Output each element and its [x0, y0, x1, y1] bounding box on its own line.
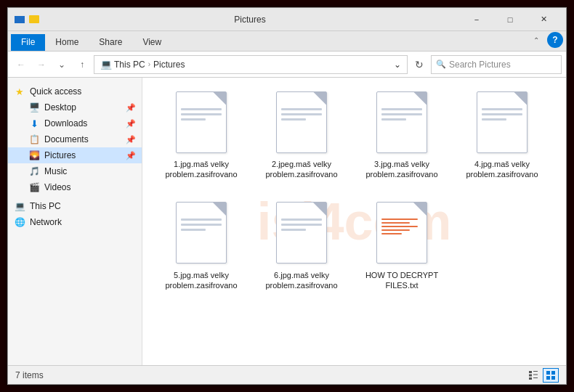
sidebar-item-documents[interactable]: 📋 Documents 📌	[8, 131, 142, 147]
svg-rect-3	[533, 374, 538, 375]
file-grid: 1.jpg.maš velky problem.zasifrovano	[154, 85, 554, 295]
file-icon-doc	[172, 200, 230, 266]
up-button[interactable]: ↑	[73, 56, 91, 73]
title-bar: Pictures − □ ✕	[8, 8, 566, 31]
sidebar-item-desktop[interactable]: 🖥️ Desktop 📌	[8, 99, 142, 115]
status-item-count: 7 items	[15, 370, 525, 380]
file-icon-txt	[373, 200, 431, 266]
list-item[interactable]: 2.jpeg.maš velky problem.zasifrovano	[254, 85, 349, 184]
downloads-icon: ⬇	[28, 118, 40, 129]
list-view-button[interactable]	[525, 368, 541, 383]
quick-access-icon: ★	[14, 86, 25, 97]
search-placeholder: Search Pictures	[449, 60, 557, 70]
list-item[interactable]: 5.jpg.maš velky problem.zasifrovano	[154, 196, 248, 295]
sidebar-item-downloads[interactable]: ⬇ Downloads 📌	[8, 115, 142, 131]
file-icon-doc	[373, 89, 431, 155]
file-name: 5.jpg.maš velky problem.zasifrovano	[158, 270, 244, 291]
ribbon-expand-area: ⌃ ?	[528, 32, 563, 51]
sidebar: ★ Quick access 🖥️ Desktop 📌 ⬇ Downloads …	[8, 78, 142, 365]
sidebar-item-videos[interactable]: 🎬 Videos	[8, 179, 142, 195]
svg-rect-2	[529, 374, 532, 376]
network-icon: 🌐	[14, 216, 25, 228]
list-item[interactable]: 4.jpg.maš velky problem.zasifrovano	[455, 85, 549, 184]
view-toggle-buttons	[525, 368, 559, 383]
file-name: 3.jpg.maš velky problem.zasifrovano	[359, 159, 445, 180]
quick-access-toolbar-save[interactable]	[28, 14, 40, 25]
pin-icon-downloads: 📌	[126, 119, 136, 128]
path-separator-1: ›	[148, 60, 150, 68]
file-name: 4.jpg.maš velky problem.zasifrovano	[459, 159, 545, 180]
sidebar-label-desktop: Desktop	[44, 102, 121, 113]
svg-rect-7	[551, 371, 555, 375]
sidebar-item-pictures[interactable]: 🌄 Pictures 📌	[8, 147, 142, 163]
tab-view[interactable]: View	[132, 34, 171, 51]
maximize-button[interactable]: □	[493, 9, 527, 30]
svg-rect-8	[546, 376, 550, 380]
sidebar-label-quick-access: Quick access	[30, 86, 136, 97]
close-button[interactable]: ✕	[527, 9, 560, 30]
file-name: 1.jpg.maš velky problem.zasifrovano	[158, 159, 244, 180]
sidebar-label-music: Music	[44, 166, 136, 176]
ribbon-collapse-button[interactable]: ⌃	[528, 33, 544, 46]
list-item[interactable]: 1.jpg.maš velky problem.zasifrovano	[154, 85, 248, 184]
music-icon: 🎵	[28, 166, 40, 177]
pictures-icon: 🌄	[28, 150, 40, 161]
thispc-icon: 💻	[14, 200, 25, 212]
refresh-button[interactable]: ↻	[411, 56, 428, 73]
file-icon-doc	[172, 89, 230, 155]
pin-icon-desktop: 📌	[126, 103, 136, 113]
sidebar-item-network[interactable]: 🌐 Network	[8, 214, 142, 230]
main-content: ★ Quick access 🖥️ Desktop 📌 ⬇ Downloads …	[8, 78, 566, 365]
sidebar-label-thispc: This PC	[30, 201, 136, 211]
path-dropdown-icon[interactable]: ⌄	[394, 60, 401, 70]
file-icon-doc	[272, 89, 331, 155]
pin-icon-documents: 📌	[126, 135, 136, 144]
sidebar-label-downloads: Downloads	[44, 118, 121, 128]
forward-button[interactable]: →	[33, 56, 50, 73]
search-box[interactable]: 🔍 Search Pictures	[431, 55, 562, 74]
help-button[interactable]: ?	[547, 32, 563, 48]
svg-rect-5	[533, 377, 538, 378]
svg-rect-4	[529, 377, 532, 380]
status-bar: 7 items	[8, 365, 566, 384]
file-name: 6.jpg.maš velky problem.zasifrovano	[259, 270, 344, 291]
pin-icon-pictures: 📌	[126, 151, 136, 160]
sidebar-item-quick-access[interactable]: ★ Quick access	[8, 83, 142, 99]
file-area: isl4com 1.jpg.maš velky problem.zasi	[142, 78, 566, 365]
sidebar-label-documents: Documents	[44, 134, 121, 144]
tab-share[interactable]: Share	[89, 34, 132, 51]
svg-rect-1	[533, 371, 538, 372]
path-pictures: Pictures	[153, 60, 185, 70]
sidebar-label-pictures: Pictures	[44, 150, 121, 160]
list-item[interactable]: HOW TO DECRYPT FILES.txt	[355, 196, 449, 295]
ribbon-tabs: File Home Share View ⌃ ?	[8, 31, 566, 52]
file-explorer-window: Pictures − □ ✕ File Home Share View ⌃ ? …	[7, 7, 567, 385]
window-icon	[14, 14, 25, 25]
path-this-pc: 💻 This PC	[100, 59, 145, 70]
desktop-icon: 🖥️	[28, 102, 40, 113]
tab-home[interactable]: Home	[45, 34, 89, 51]
title-bar-icons	[14, 14, 40, 25]
documents-icon: 📋	[28, 134, 40, 145]
large-icons-view-button[interactable]	[543, 368, 559, 383]
file-name: HOW TO DECRYPT FILES.txt	[359, 270, 445, 291]
sidebar-item-thispc[interactable]: 💻 This PC	[8, 198, 142, 214]
svg-rect-0	[529, 371, 532, 373]
svg-rect-9	[551, 376, 555, 380]
list-item[interactable]: 3.jpg.maš velky problem.zasifrovano	[355, 85, 449, 184]
back-button[interactable]: ←	[12, 56, 30, 73]
sidebar-label-network: Network	[30, 217, 136, 227]
address-path[interactable]: 💻 This PC › Pictures ⌄	[94, 55, 408, 74]
file-icon-doc	[473, 89, 531, 155]
file-name: 2.jpeg.maš velky problem.zasifrovano	[259, 159, 344, 180]
svg-rect-6	[546, 371, 550, 375]
list-item[interactable]: 6.jpg.maš velky problem.zasifrovano	[254, 196, 349, 295]
tab-file[interactable]: File	[11, 34, 45, 51]
sidebar-item-music[interactable]: 🎵 Music	[8, 163, 142, 179]
sidebar-label-videos: Videos	[44, 182, 136, 192]
videos-icon: 🎬	[28, 181, 40, 193]
address-bar: ← → ⌄ ↑ 💻 This PC › Pictures ⌄ ↻ 🔍 Searc…	[8, 52, 566, 78]
minimize-button[interactable]: −	[460, 9, 493, 30]
window-title: Pictures	[40, 15, 460, 25]
dropdown-history-button[interactable]: ⌄	[53, 56, 70, 73]
